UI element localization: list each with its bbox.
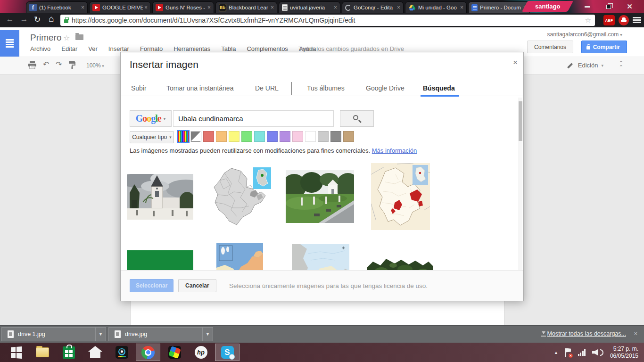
tab-busqueda[interactable]: Búsqueda <box>423 84 455 92</box>
tab-close-icon[interactable]: × <box>334 5 337 10</box>
color-filter-white[interactable] <box>305 131 316 142</box>
color-filter-pink[interactable] <box>292 131 303 142</box>
minimize-button[interactable] <box>577 1 598 12</box>
restore-button[interactable] <box>598 1 619 12</box>
move-to-folder-icon[interactable] <box>75 34 83 40</box>
tab-blackboard[interactable]: Bb Blackboard Lear × <box>215 1 277 13</box>
start-button[interactable] <box>3 343 29 362</box>
tab-close-icon[interactable]: × <box>81 5 84 10</box>
image-search-input[interactable] <box>173 110 334 127</box>
color-filter-purple[interactable] <box>280 131 290 142</box>
tab-uvirtual[interactable]: uvirtual.javeria × <box>279 1 340 13</box>
browser-profile-badge[interactable]: santiago <box>521 1 573 12</box>
search-result-colombia-map-blue[interactable] <box>292 244 349 270</box>
search-result-trees-photo[interactable] <box>367 251 433 270</box>
url-text[interactable]: https://docs.google.com/document/d/1LUvs… <box>72 16 581 24</box>
downloads-bar-close-icon[interactable]: × <box>634 330 637 337</box>
color-filter-dark-gray[interactable] <box>330 131 341 142</box>
account-email[interactable]: santiagalarcon6@gmail.com <box>547 31 622 38</box>
share-button[interactable]: Compartir <box>581 41 627 53</box>
home-app-button[interactable] <box>82 343 108 362</box>
tab-close-icon[interactable]: × <box>397 5 400 10</box>
collapse-toolbar-button[interactable]: ⌃⌃ <box>619 61 623 69</box>
tab-guns-n-roses[interactable]: Guns N' Roses - × <box>152 1 214 13</box>
search-result-municipality-map[interactable] <box>206 165 273 229</box>
menu-editar[interactable]: Editar <box>61 45 77 52</box>
reload-icon[interactable]: ↻ <box>31 15 43 25</box>
google-docs-logo[interactable] <box>0 30 19 57</box>
download-item-drive-1[interactable]: drive 1.jpg ▼ <box>1 327 106 341</box>
comments-button[interactable]: Comentarios <box>527 41 573 53</box>
file-explorer-button[interactable] <box>29 343 56 362</box>
tab-mi-unidad[interactable]: Mi unidad - Goo × <box>405 1 467 13</box>
color-filter-black-white[interactable] <box>190 131 201 142</box>
skype-button-active[interactable]: S <box>215 344 239 361</box>
search-engine-select[interactable]: Google ▾ <box>130 110 172 127</box>
tab-close-icon[interactable]: × <box>207 5 211 10</box>
tab-subir[interactable]: Subir <box>131 84 147 92</box>
color-filter-orange[interactable] <box>216 131 227 142</box>
paint-format-icon[interactable] <box>68 61 75 71</box>
tab-tomar-instantanea[interactable]: Tomar una instantánea <box>166 84 233 92</box>
chrome-button-active[interactable] <box>136 344 160 361</box>
more-info-link[interactable]: Más información <box>372 147 417 154</box>
search-result-green-solid[interactable] <box>127 250 193 270</box>
tab-facebook[interactable]: f (1) Facebook × <box>26 1 88 13</box>
color-filter-brown[interactable] <box>343 131 354 142</box>
show-all-downloads-link[interactable]: Mostrar todas las descargas... <box>547 330 626 337</box>
tab-tus-albumes[interactable]: Tus álbumes <box>307 84 345 92</box>
select-button[interactable]: Seleccionar <box>130 279 173 292</box>
download-menu-caret[interactable]: ▼ <box>202 328 213 341</box>
tab-close-icon[interactable]: × <box>144 5 148 10</box>
download-item-drive[interactable]: drive.jpg ▼ <box>108 327 213 341</box>
network-signal-icon[interactable] <box>578 349 586 356</box>
document-title[interactable]: Primero <box>30 33 62 43</box>
back-icon[interactable]: ← <box>4 15 16 24</box>
zoom-select[interactable]: 100% <box>86 62 104 69</box>
search-result-church-photo[interactable] <box>127 174 193 220</box>
menu-complementos[interactable]: Complementos <box>247 45 288 52</box>
menu-insertar[interactable]: Insertar <box>108 45 129 52</box>
search-result-region-map-red[interactable] <box>371 163 430 230</box>
picture-app-button[interactable] <box>161 343 188 362</box>
dialog-scrollbar-thumb[interactable] <box>519 101 522 141</box>
redo-icon[interactable]: ↷ <box>56 60 62 69</box>
show-hidden-icons-button[interactable]: ▲ <box>554 350 558 355</box>
menu-ver[interactable]: Ver <box>88 45 98 52</box>
tab-close-icon[interactable]: × <box>271 5 274 10</box>
youcam-button[interactable] <box>108 343 135 362</box>
tab-de-url[interactable]: De URL <box>255 84 279 92</box>
color-filter-blue[interactable] <box>267 131 278 142</box>
color-filter-green[interactable] <box>241 131 252 142</box>
action-center-flag-icon[interactable]: ✕ <box>565 348 571 357</box>
speaker-icon[interactable] <box>592 349 598 356</box>
print-icon[interactable] <box>28 61 36 71</box>
search-result-colombia-map-orange[interactable] <box>216 243 263 270</box>
blocker-hand-icon[interactable] <box>619 15 629 25</box>
menu-formato[interactable]: Formato <box>140 45 163 52</box>
mode-select[interactable]: Edición ▾ <box>569 62 603 69</box>
ssl-lock-icon[interactable] <box>64 19 68 23</box>
browser-menu-icon[interactable] <box>633 17 641 23</box>
close-button[interactable]: ✕ <box>619 1 640 12</box>
menu-herramientas[interactable]: Herramientas <box>173 45 210 52</box>
taskbar-clock[interactable]: 5:27 p. m. 06/05/2015 <box>610 346 638 360</box>
color-filter-yellow[interactable] <box>229 131 239 142</box>
search-result-park-photo[interactable] <box>286 170 354 223</box>
search-button[interactable] <box>340 110 374 127</box>
color-filter-teal[interactable] <box>254 131 265 142</box>
cancel-button[interactable]: Cancelar <box>178 279 216 292</box>
tab-google-drive[interactable]: Google Drive <box>366 84 405 92</box>
dialog-scrollbar[interactable] <box>518 98 522 270</box>
tab-goconqr[interactable]: GoConqr - Edita × <box>342 1 404 13</box>
color-filter-red[interactable] <box>203 131 214 142</box>
star-document-icon[interactable]: ☆ <box>63 33 70 42</box>
menu-archivo[interactable]: Archivo <box>30 45 50 52</box>
bookmark-star-icon[interactable]: ☆ <box>585 16 591 25</box>
color-filter-light-gray[interactable] <box>318 131 329 142</box>
dialog-close-icon[interactable]: × <box>513 58 518 67</box>
home-icon[interactable]: ⌂ <box>45 14 58 24</box>
forward-icon[interactable]: → <box>18 15 30 24</box>
tab-close-icon[interactable]: × <box>460 5 463 10</box>
tab-google-drive-video[interactable]: GOOGLE DRIVE × <box>89 1 151 13</box>
